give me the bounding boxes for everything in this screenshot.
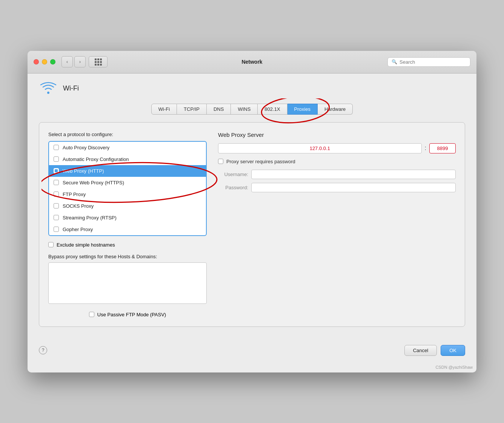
password-required-label: Proxy server requires password xyxy=(226,159,295,164)
password-input[interactable] xyxy=(251,183,456,192)
wifi-header: Wi-Fi xyxy=(39,81,465,96)
proto-web-http[interactable]: Web Proxy (HTTP) xyxy=(49,165,206,177)
bypass-textarea[interactable] xyxy=(48,262,207,304)
proto-ftp-checkbox[interactable] xyxy=(54,192,59,197)
wifi-label: Wi-Fi xyxy=(63,84,79,92)
maximize-button[interactable] xyxy=(50,59,55,64)
proto-streaming[interactable]: Streaming Proxy (RTSP) xyxy=(49,212,206,224)
passive-row: Use Passive FTP Mode (PASV) xyxy=(48,312,207,317)
proto-gopher-label: Gopher Proxy xyxy=(63,227,93,232)
proto-gopher[interactable]: Gopher Proxy xyxy=(49,224,206,235)
cancel-button[interactable]: Cancel xyxy=(404,345,437,356)
wifi-icon xyxy=(39,81,58,96)
svg-point-0 xyxy=(47,92,49,94)
proto-secure-https[interactable]: Secure Web Proxy (HTTPS) xyxy=(49,177,206,189)
search-icon: 🔍 xyxy=(392,59,397,64)
right-panel: Web Proxy Server : Proxy server requires… xyxy=(218,132,456,317)
ok-button[interactable]: OK xyxy=(441,345,465,356)
passive-checkbox[interactable] xyxy=(89,312,94,317)
proxy-port-input[interactable] xyxy=(429,143,456,153)
proto-ftp-label: FTP Proxy xyxy=(63,192,86,197)
tab-dns[interactable]: DNS xyxy=(207,104,231,115)
minimize-button[interactable] xyxy=(42,59,47,64)
proto-auto-discovery-label: Auto Proxy Discovery xyxy=(63,145,109,150)
proto-ftp[interactable]: FTP Proxy xyxy=(49,189,206,200)
proto-socks[interactable]: SOCKS Proxy xyxy=(49,200,206,212)
exclude-row: Exclude simple hostnames xyxy=(48,242,207,248)
search-bar[interactable]: 🔍 xyxy=(387,57,470,67)
proto-auto-config-label: Automatic Proxy Configuration xyxy=(63,156,129,162)
left-panel: Select a protocol to configure: Auto Pro… xyxy=(48,132,207,317)
tab-hardware[interactable]: Hardware xyxy=(318,104,353,115)
password-required-checkbox[interactable] xyxy=(218,159,223,164)
username-label: Username: xyxy=(218,172,248,177)
exclude-label: Exclude simple hostnames xyxy=(57,242,115,248)
tab-wifi[interactable]: Wi-Fi xyxy=(151,104,177,115)
proto-socks-checkbox[interactable] xyxy=(54,203,59,208)
username-row: Username: xyxy=(218,170,456,179)
nav-buttons: ‹ › xyxy=(61,56,86,67)
watermark: CSDN @yazhiShaw xyxy=(28,363,476,372)
protocol-list-title: Select a protocol to configure: xyxy=(48,132,207,137)
proto-auto-config-checkbox[interactable] xyxy=(54,156,59,162)
colon-separator: : xyxy=(425,145,426,152)
password-row: Password: xyxy=(218,183,456,192)
window-title: Network xyxy=(241,59,262,65)
grid-button[interactable] xyxy=(89,56,108,67)
proto-streaming-label: Streaming Proxy (RTSP) xyxy=(63,215,117,221)
bottom-bar: ? Cancel OK xyxy=(28,338,476,363)
titlebar: ‹ › Network 🔍 xyxy=(28,51,476,74)
content-area: Wi-Fi Wi-Fi TCP/IP DNS WINS 802.1X Proxi… xyxy=(28,74,476,338)
protocol-list: Auto Proxy Discovery Automatic Proxy Con… xyxy=(48,141,207,236)
bypass-section: Bypass proxy settings for these Hosts & … xyxy=(48,254,207,305)
proto-streaming-checkbox[interactable] xyxy=(54,215,59,220)
traffic-lights xyxy=(34,59,55,64)
proto-secure-https-label: Secure Web Proxy (HTTPS) xyxy=(63,180,124,185)
proto-secure-https-checkbox[interactable] xyxy=(54,180,59,185)
username-input[interactable] xyxy=(251,170,456,179)
proto-web-http-checkbox[interactable] xyxy=(54,168,59,173)
proxy-server-title: Web Proxy Server xyxy=(218,132,456,138)
proto-auto-config[interactable]: Automatic Proxy Configuration xyxy=(49,153,206,165)
passive-label: Use Passive FTP Mode (PASV) xyxy=(97,312,166,317)
tab-tcpip[interactable]: TCP/IP xyxy=(177,104,207,115)
back-button[interactable]: ‹ xyxy=(61,56,73,67)
proxy-server-row: : xyxy=(218,143,456,153)
main-panel: Select a protocol to configure: Auto Pro… xyxy=(39,122,465,327)
exclude-checkbox[interactable] xyxy=(48,242,54,247)
network-window: ‹ › Network 🔍 xyxy=(28,51,476,372)
bypass-title: Bypass proxy settings for these Hosts & … xyxy=(48,254,207,259)
proto-web-http-label: Web Proxy (HTTP) xyxy=(63,168,104,174)
protocol-list-wrapper: Auto Proxy Discovery Automatic Proxy Con… xyxy=(48,141,207,236)
proto-socks-label: SOCKS Proxy xyxy=(63,203,94,209)
help-button[interactable]: ? xyxy=(39,346,47,354)
tab-wins[interactable]: WINS xyxy=(231,104,258,115)
tab-8021x[interactable]: 802.1X xyxy=(258,104,287,115)
password-label: Password: xyxy=(218,185,248,190)
search-input[interactable] xyxy=(400,59,466,65)
password-required-row: Proxy server requires password xyxy=(218,159,456,164)
tabs-wrapper: Wi-Fi TCP/IP DNS WINS 802.1X Proxies Har… xyxy=(39,104,465,122)
close-button[interactable] xyxy=(34,59,39,64)
tab-proxies[interactable]: Proxies xyxy=(287,104,318,115)
proxy-host-input[interactable] xyxy=(218,143,422,153)
proto-auto-discovery-checkbox[interactable] xyxy=(54,145,59,150)
forward-button[interactable]: › xyxy=(74,56,86,67)
proto-auto-discovery[interactable]: Auto Proxy Discovery xyxy=(49,142,206,153)
proto-gopher-checkbox[interactable] xyxy=(54,227,59,232)
tabs-row: Wi-Fi TCP/IP DNS WINS 802.1X Proxies Har… xyxy=(151,104,353,115)
